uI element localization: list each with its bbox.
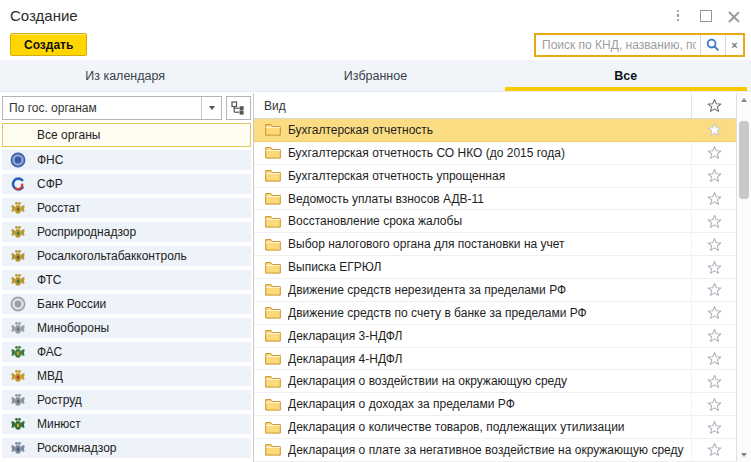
agency-label: Росприроднадзор bbox=[37, 225, 136, 239]
table-row[interactable]: Выбор налогового органа для постановки н… bbox=[254, 233, 736, 256]
sidebar-item-agency[interactable]: ФНС bbox=[2, 150, 251, 170]
sidebar-item-agency[interactable]: Росалкогольтабакконтроль bbox=[2, 246, 251, 266]
agency-label: МВД bbox=[37, 369, 63, 383]
agency-label: ФТС bbox=[37, 273, 61, 287]
sidebar-item-agency[interactable]: СФР bbox=[2, 174, 251, 194]
favorite-star-icon[interactable] bbox=[691, 119, 736, 141]
sidebar-item-agency[interactable]: МВД bbox=[2, 366, 251, 386]
rosstat-emblem-icon bbox=[9, 200, 26, 217]
minyust-emblem-icon bbox=[9, 416, 26, 433]
sidebar-item-agency[interactable]: ФТС bbox=[2, 270, 251, 290]
bank-rossii-emblem-icon bbox=[9, 296, 26, 313]
table-row[interactable]: Декларация о доходах за пределами РФ bbox=[254, 393, 736, 416]
tab-label: Из календаря bbox=[85, 69, 165, 83]
document-type-label: Бухгалтерская отчетность bbox=[288, 123, 691, 137]
favorite-star-icon[interactable] bbox=[691, 142, 736, 164]
favorite-star-icon[interactable] bbox=[691, 302, 736, 324]
window-title: Создание bbox=[10, 7, 78, 24]
favorite-star-icon[interactable] bbox=[691, 416, 736, 438]
sidebar-item-agency[interactable]: Минобороны bbox=[2, 318, 251, 338]
sidebar-item-agency[interactable]: Банк России bbox=[2, 294, 251, 314]
folder-icon bbox=[254, 352, 288, 365]
document-type-label: Движение средств нерезидента за пределам… bbox=[288, 283, 691, 297]
window-controls bbox=[671, 9, 741, 23]
favorite-star-icon[interactable] bbox=[691, 188, 736, 210]
table-row[interactable]: Бухгалтерская отчетность упрощенная bbox=[254, 165, 736, 188]
favorite-star-icon[interactable] bbox=[691, 256, 736, 278]
table-row[interactable]: Ведомость уплаты взносов АДВ-11 bbox=[254, 188, 736, 211]
agency-label: Минюст bbox=[37, 417, 81, 431]
star-icon bbox=[707, 98, 722, 113]
column-header-favorite[interactable] bbox=[691, 93, 736, 118]
folder-icon bbox=[254, 261, 288, 274]
mvd-emblem-icon bbox=[9, 368, 26, 385]
sidebar-item-agency[interactable]: Росстат bbox=[2, 198, 251, 218]
document-type-label: Декларация о количестве товаров, подлежа… bbox=[288, 420, 691, 434]
tab-from-calendar[interactable]: Из календаря bbox=[0, 60, 250, 91]
favorite-star-icon[interactable] bbox=[691, 439, 736, 461]
search-clear-icon[interactable]: × bbox=[725, 35, 743, 55]
table-row[interactable]: Декларация о воздействии на окружающую с… bbox=[254, 370, 736, 393]
table-row[interactable]: Декларация 3-НДФЛ bbox=[254, 325, 736, 348]
table-row[interactable]: Декларация о плате за негативное воздейс… bbox=[254, 439, 736, 462]
scrollbar-track[interactable] bbox=[737, 107, 751, 448]
vertical-scrollbar[interactable] bbox=[736, 93, 751, 462]
tab-bar: Из календаряИзбранноеВсе bbox=[0, 60, 751, 92]
document-type-label: Бухгалтерская отчетность СО НКО (до 2015… bbox=[288, 146, 691, 160]
list-item-all-organs[interactable]: Все органы bbox=[2, 123, 251, 147]
table-row[interactable]: Декларация о количестве товаров, подлежа… bbox=[254, 416, 736, 439]
agency-label: Роструд bbox=[37, 393, 82, 407]
favorite-star-icon[interactable] bbox=[691, 370, 736, 392]
maximize-icon[interactable] bbox=[699, 9, 713, 23]
close-icon[interactable] bbox=[727, 9, 741, 23]
sidebar-item-agency[interactable]: Минюст bbox=[2, 414, 251, 434]
table-row[interactable]: Бухгалтерская отчетность СО НКО (до 2015… bbox=[254, 142, 736, 165]
document-type-label: Декларация о плате за негативное воздейс… bbox=[288, 443, 691, 457]
search-box: × bbox=[534, 33, 745, 57]
favorite-star-icon[interactable] bbox=[691, 393, 736, 415]
folder-icon bbox=[254, 283, 288, 296]
document-type-label: Восстановление срока жалобы bbox=[288, 214, 691, 228]
sidebar-item-agency[interactable]: Роструд bbox=[2, 390, 251, 410]
folder-icon bbox=[254, 215, 288, 228]
table-row[interactable]: Декларация 4-НДФЛ bbox=[254, 348, 736, 371]
table-row[interactable]: Движение средств нерезидента за пределам… bbox=[254, 279, 736, 302]
tab-favorites[interactable]: Избранное bbox=[250, 60, 500, 91]
search-icon[interactable] bbox=[700, 35, 725, 55]
tab-all[interactable]: Все bbox=[501, 60, 751, 91]
sidebar-item-agency[interactable]: Росприроднадзор bbox=[2, 222, 251, 242]
tree-view-button[interactable] bbox=[226, 96, 251, 120]
main-area: По гос. органам Все органы ФНС bbox=[0, 92, 751, 462]
folder-icon bbox=[254, 146, 288, 159]
favorite-star-icon[interactable] bbox=[691, 279, 736, 301]
scroll-up-icon[interactable] bbox=[737, 93, 751, 107]
search-input[interactable] bbox=[536, 35, 700, 55]
agency-label: Росалкогольтабакконтроль bbox=[37, 249, 187, 263]
filter-dropdown[interactable]: По гос. органам bbox=[2, 96, 222, 120]
sidebar-item-agency[interactable]: ФАС bbox=[2, 342, 251, 362]
fts-emblem-icon bbox=[9, 272, 26, 289]
document-types-panel: Вид Бухгалтерская отчетность Бухгалтерск… bbox=[254, 93, 751, 462]
scroll-down-icon[interactable] bbox=[737, 448, 751, 462]
folder-icon bbox=[254, 306, 288, 319]
favorite-star-icon[interactable] bbox=[691, 210, 736, 232]
menu-icon[interactable] bbox=[671, 9, 685, 23]
favorite-star-icon[interactable] bbox=[691, 165, 736, 187]
scrollbar-thumb[interactable] bbox=[739, 121, 749, 199]
chevron-down-icon[interactable] bbox=[201, 97, 221, 119]
create-window: Создание Создать × Из календаряИзбранное… bbox=[0, 0, 751, 462]
sidebar-item-agency[interactable]: Роскомнадзор bbox=[2, 438, 251, 458]
table-row[interactable]: Выписка ЕГРЮЛ bbox=[254, 256, 736, 279]
table-row[interactable]: Бухгалтерская отчетность bbox=[254, 119, 736, 142]
create-button[interactable]: Создать bbox=[10, 33, 87, 56]
agency-label: Банк России bbox=[37, 297, 106, 311]
column-header-type[interactable]: Вид bbox=[254, 99, 691, 113]
favorite-star-icon[interactable] bbox=[691, 325, 736, 347]
folder-icon bbox=[254, 123, 288, 136]
favorite-star-icon[interactable] bbox=[691, 348, 736, 370]
tab-label: Избранное bbox=[344, 69, 407, 83]
table-row[interactable]: Восстановление срока жалобы bbox=[254, 210, 736, 233]
table-row[interactable]: Движение средств по счету в банке за пре… bbox=[254, 302, 736, 325]
agency-label: ФНС bbox=[37, 153, 63, 167]
favorite-star-icon[interactable] bbox=[691, 233, 736, 255]
